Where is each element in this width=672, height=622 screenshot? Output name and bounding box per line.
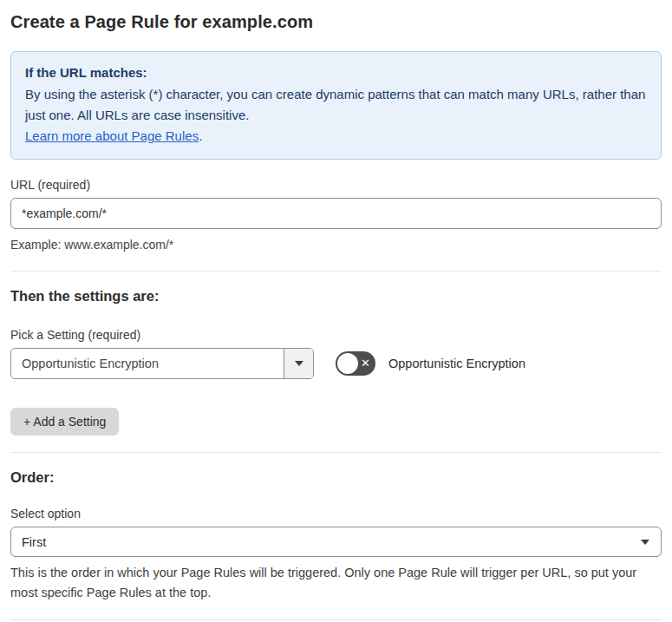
info-box-body: By using the asterisk (*) character, you… [25, 87, 645, 122]
order-section-heading: Order: [10, 469, 662, 486]
divider [10, 271, 662, 272]
learn-more-link[interactable]: Learn more about Page Rules [25, 128, 199, 143]
divider [10, 452, 662, 453]
link-period: . [199, 128, 202, 143]
opportunistic-encryption-toggle-group: ✕ Opportunistic Encryption [336, 351, 525, 376]
pick-setting-label: Pick a Setting (required) [10, 328, 662, 342]
add-setting-button[interactable]: + Add a Setting [10, 408, 119, 435]
url-example-text: Example: www.example.com/* [10, 236, 662, 254]
x-icon: ✕ [361, 351, 370, 376]
settings-section-heading: Then the settings are: [10, 288, 662, 304]
url-input[interactable] [10, 198, 662, 229]
toggle-label: Opportunistic Encryption [388, 357, 525, 370]
divider [10, 619, 662, 620]
setting-dropdown[interactable]: Opportunistic Encryption [10, 348, 314, 379]
order-select-value: First [11, 535, 46, 549]
page-title: Create a Page Rule for example.com [10, 12, 662, 32]
setting-dropdown-arrow-button[interactable] [284, 349, 313, 378]
url-matches-info-box: If the URL matches: By using the asteris… [10, 51, 662, 160]
caret-down-icon [295, 361, 303, 366]
info-box-heading: If the URL matches: [25, 62, 647, 83]
toggle-knob [337, 353, 358, 374]
setting-dropdown-value: Opportunistic Encryption [11, 349, 284, 378]
select-option-label: Select option [10, 507, 662, 521]
caret-down-icon [641, 540, 649, 545]
opportunistic-encryption-toggle[interactable]: ✕ [336, 351, 375, 376]
order-help-text: This is the order in which your Page Rul… [10, 563, 662, 603]
setting-row: Opportunistic Encryption ✕ Opportunistic… [10, 348, 662, 379]
create-page-rule-form: Create a Page Rule for example.com If th… [0, 0, 672, 622]
url-field-label: URL (required) [10, 178, 662, 192]
order-select[interactable]: First [10, 527, 662, 557]
